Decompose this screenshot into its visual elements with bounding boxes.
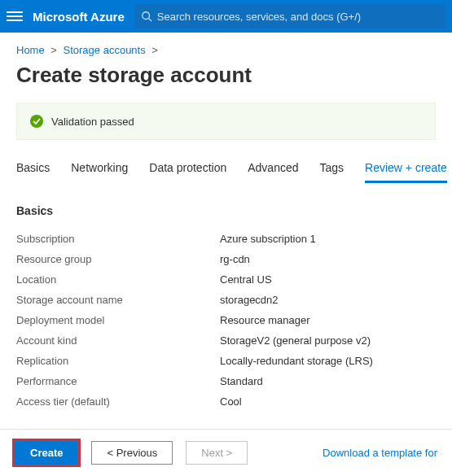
kv-value: Azure subscription 1 bbox=[220, 233, 316, 245]
chevron-right-icon: > bbox=[50, 44, 57, 56]
tab-review-create[interactable]: Review + create bbox=[365, 156, 447, 183]
basics-section: Basics SubscriptionAzure subscription 1 … bbox=[0, 183, 452, 412]
kv-row: LocationCentral US bbox=[16, 269, 436, 290]
kv-value: Resource manager bbox=[220, 314, 310, 326]
download-template-link[interactable]: Download a template for bbox=[323, 447, 437, 459]
kv-row: Account kindStorageV2 (general purpose v… bbox=[16, 330, 436, 351]
kv-row: PerformanceStandard bbox=[16, 371, 436, 391]
svg-line-1 bbox=[148, 19, 151, 22]
validation-banner: Validation passed bbox=[16, 103, 436, 140]
previous-button[interactable]: < Previous bbox=[91, 441, 173, 465]
tab-advanced[interactable]: Advanced bbox=[248, 156, 298, 183]
kv-key: Subscription bbox=[16, 233, 220, 245]
next-button: Next > bbox=[186, 441, 248, 465]
search-icon bbox=[141, 11, 152, 22]
svg-point-0 bbox=[143, 12, 150, 20]
breadcrumb-home[interactable]: Home bbox=[16, 44, 45, 56]
kv-key: Deployment model bbox=[16, 314, 220, 326]
tab-data-protection[interactable]: Data protection bbox=[149, 156, 226, 183]
topbar: Microsoft Azure bbox=[0, 0, 452, 33]
kv-value: Locally-redundant storage (LRS) bbox=[220, 355, 373, 367]
menu-icon[interactable] bbox=[7, 8, 23, 24]
kv-value: Cool bbox=[220, 395, 242, 408]
tabs: Basics Networking Data protection Advanc… bbox=[0, 156, 452, 183]
kv-key: Resource group bbox=[16, 253, 220, 265]
kv-key: Storage account name bbox=[16, 294, 220, 306]
kv-key: Access tier (default) bbox=[16, 395, 220, 408]
kv-value: Central US bbox=[220, 273, 272, 286]
check-circle-icon bbox=[30, 115, 43, 128]
search-input[interactable] bbox=[157, 11, 439, 23]
kv-value: Standard bbox=[220, 375, 263, 387]
kv-key: Performance bbox=[16, 375, 220, 387]
tab-basics[interactable]: Basics bbox=[16, 156, 50, 183]
create-button-highlight: Create bbox=[15, 441, 78, 465]
global-search[interactable] bbox=[134, 4, 445, 28]
footer: Create < Previous Next > Download a temp… bbox=[0, 429, 452, 476]
page-title: Create storage account bbox=[0, 56, 452, 103]
chevron-right-icon: > bbox=[151, 44, 158, 56]
brand-title: Microsoft Azure bbox=[33, 10, 125, 24]
kv-key: Location bbox=[16, 273, 220, 286]
kv-value: StorageV2 (general purpose v2) bbox=[220, 334, 371, 347]
kv-key: Replication bbox=[16, 355, 220, 367]
breadcrumb-storage-accounts[interactable]: Storage accounts bbox=[64, 44, 146, 56]
kv-row: Resource grouprg-cdn bbox=[16, 249, 436, 269]
kv-value: rg-cdn bbox=[220, 253, 250, 265]
validation-text: Validation passed bbox=[51, 116, 134, 128]
kv-row: Deployment modelResource manager bbox=[16, 310, 436, 330]
tab-networking[interactable]: Networking bbox=[71, 156, 128, 183]
kv-value: storagecdn2 bbox=[220, 294, 279, 306]
kv-row: Access tier (default)Cool bbox=[16, 391, 436, 412]
breadcrumb: Home > Storage accounts > bbox=[0, 33, 452, 56]
section-title: Basics bbox=[16, 204, 436, 217]
kv-row: SubscriptionAzure subscription 1 bbox=[16, 229, 436, 249]
kv-row: Storage account namestoragecdn2 bbox=[16, 290, 436, 310]
kv-row: ReplicationLocally-redundant storage (LR… bbox=[16, 351, 436, 371]
create-button[interactable]: Create bbox=[15, 441, 78, 465]
tab-tags[interactable]: Tags bbox=[320, 156, 344, 183]
kv-key: Account kind bbox=[16, 334, 220, 347]
